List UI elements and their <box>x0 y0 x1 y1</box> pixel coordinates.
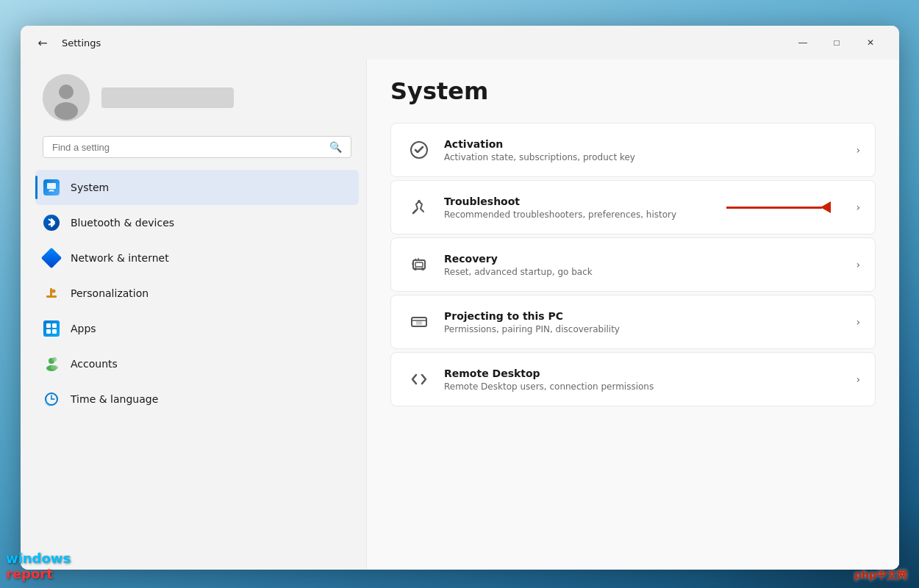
remotedesktop-card[interactable]: Remote Desktop Remote Desktop users, con… <box>390 352 876 406</box>
sidebar-item-time-label: Time & language <box>71 393 158 405</box>
svg-point-1 <box>59 85 74 99</box>
sidebar-item-accounts[interactable]: Accounts <box>35 346 359 381</box>
remotedesktop-title: Remote Desktop <box>444 368 850 379</box>
svg-point-8 <box>52 290 56 293</box>
time-icon <box>43 390 60 408</box>
remotedesktop-icon <box>406 366 432 392</box>
main-content: System Activation Activation state, subs… <box>366 60 899 570</box>
projecting-card[interactable]: Projecting to this PC Permissions, pairi… <box>390 295 876 349</box>
recovery-title: Recovery <box>444 253 850 265</box>
avatar-person-svg <box>43 74 90 121</box>
activation-icon <box>406 137 432 163</box>
recovery-text: Recovery Reset, advanced startup, go bac… <box>444 253 850 277</box>
remotedesktop-desc: Remote Desktop users, connection permiss… <box>444 381 850 392</box>
bluetooth-icon <box>43 214 60 232</box>
sidebar-item-apps-label: Apps <box>71 323 96 334</box>
sidebar-item-personalization-label: Personalization <box>71 287 149 299</box>
sidebar-item-accounts-label: Accounts <box>71 358 118 370</box>
user-name-placeholder <box>101 87 234 108</box>
close-button[interactable]: ✕ <box>854 31 887 54</box>
svg-point-22 <box>421 268 424 270</box>
svg-rect-4 <box>49 190 54 191</box>
sidebar-item-system[interactable]: System <box>35 170 359 205</box>
watermark-windows: windows <box>6 551 71 566</box>
remotedesktop-text: Remote Desktop Remote Desktop users, con… <box>444 368 850 392</box>
search-input[interactable] <box>52 142 323 153</box>
back-button[interactable]: ← <box>32 32 53 53</box>
recovery-chevron: › <box>856 259 860 270</box>
projecting-chevron: › <box>856 316 860 328</box>
activation-desc: Activation state, subscriptions, product… <box>444 152 850 162</box>
activation-chevron: › <box>856 144 860 156</box>
watermark-brand: windows report <box>6 551 71 582</box>
svg-point-17 <box>418 200 421 203</box>
sidebar-nav: System Bluetooth & devices <box>35 170 366 570</box>
activation-title: Activation <box>444 138 850 150</box>
svg-point-10 <box>52 357 57 362</box>
titlebar-left: ← Settings <box>32 32 101 53</box>
projecting-title: Projecting to this PC <box>444 310 850 322</box>
watermark-php: php中文网 <box>854 569 907 582</box>
activation-text: Activation Activation state, subscriptio… <box>444 138 850 162</box>
svg-point-2 <box>54 102 78 120</box>
sidebar-item-network[interactable]: Network & internet <box>35 240 359 276</box>
system-icon <box>43 179 60 196</box>
window-content: 🔍 System <box>21 60 899 570</box>
sidebar-item-time[interactable]: Time & language <box>35 381 359 417</box>
remotedesktop-chevron: › <box>856 373 860 385</box>
troubleshoot-card[interactable]: Troubleshoot Recommended troubleshooters… <box>390 180 876 234</box>
titlebar: ← Settings — □ ✕ <box>21 26 899 60</box>
projecting-icon <box>406 309 432 335</box>
sidebar-item-network-label: Network & internet <box>71 252 169 264</box>
troubleshoot-desc: Recommended troubleshooters, preferences… <box>444 209 850 220</box>
minimize-button[interactable]: — <box>786 31 820 54</box>
settings-window: ← Settings — □ ✕ 🔍 <box>21 26 899 570</box>
recovery-desc: Reset, advanced startup, go back <box>444 267 850 277</box>
svg-rect-5 <box>49 191 54 192</box>
sidebar-item-apps[interactable]: Apps <box>35 311 359 346</box>
recovery-icon <box>406 251 432 278</box>
svg-point-12 <box>51 365 58 370</box>
troubleshoot-title: Troubleshoot <box>444 196 850 207</box>
projecting-text: Projecting to this PC Permissions, pairi… <box>444 310 850 334</box>
svg-rect-3 <box>47 183 56 189</box>
activation-card[interactable]: Activation Activation state, subscriptio… <box>390 123 876 177</box>
search-container: 🔍 <box>35 136 366 170</box>
troubleshoot-text: Troubleshoot Recommended troubleshooters… <box>444 196 850 220</box>
window-title: Settings <box>62 37 101 49</box>
sidebar-item-personalization[interactable]: Personalization <box>35 276 359 311</box>
sidebar-item-bluetooth[interactable]: Bluetooth & devices <box>35 205 359 240</box>
svg-rect-25 <box>416 321 422 325</box>
troubleshoot-icon <box>406 194 432 220</box>
network-icon <box>43 249 60 267</box>
sidebar: 🔍 System <box>21 60 366 570</box>
svg-point-21 <box>414 268 417 270</box>
projecting-desc: Permissions, pairing PIN, discoverabilit… <box>444 324 850 334</box>
search-box[interactable]: 🔍 <box>43 136 351 158</box>
avatar <box>43 74 90 121</box>
search-icon: 🔍 <box>329 141 342 153</box>
window-controls: — □ ✕ <box>786 31 887 54</box>
sidebar-item-system-label: System <box>71 182 109 193</box>
personalization-icon <box>43 284 60 302</box>
svg-rect-7 <box>50 288 52 297</box>
page-title: System <box>390 77 876 105</box>
recovery-card[interactable]: Recovery Reset, advanced startup, go bac… <box>390 237 876 292</box>
svg-rect-20 <box>415 262 423 267</box>
maximize-button[interactable]: □ <box>820 31 854 54</box>
svg-line-18 <box>413 210 416 213</box>
watermark-report: report <box>6 566 53 581</box>
troubleshoot-chevron: › <box>856 201 860 213</box>
user-profile <box>35 60 366 136</box>
apps-icon <box>43 320 60 337</box>
accounts-icon <box>43 355 60 373</box>
sidebar-item-bluetooth-label: Bluetooth & devices <box>71 217 174 229</box>
